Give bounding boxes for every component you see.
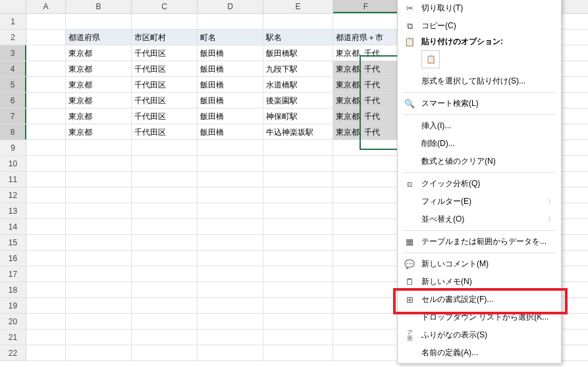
cell[interactable] xyxy=(66,172,132,187)
cell[interactable] xyxy=(132,14,198,29)
row-header[interactable]: 7 xyxy=(0,109,26,124)
cell[interactable] xyxy=(26,45,66,61)
cell[interactable] xyxy=(132,282,198,297)
row-header[interactable]: 16 xyxy=(0,251,26,266)
cell[interactable] xyxy=(132,235,198,250)
cell[interactable] xyxy=(333,172,399,187)
cell[interactable] xyxy=(132,203,198,218)
row-header[interactable]: 10 xyxy=(0,156,26,171)
cell[interactable] xyxy=(26,282,66,297)
col-header-e[interactable]: E xyxy=(263,0,333,13)
cell[interactable]: 飯田橋 xyxy=(198,61,263,76)
cell[interactable] xyxy=(26,298,66,313)
cell[interactable] xyxy=(198,314,263,329)
cell-header-b[interactable]: 都道府県 xyxy=(66,30,132,45)
cell-header-f[interactable]: 都道府県＋市 xyxy=(333,30,399,45)
cell[interactable] xyxy=(66,314,132,329)
row-header[interactable]: 15 xyxy=(0,235,26,250)
menu-sort[interactable]: 並べ替え(O) 〉 xyxy=(398,210,561,228)
cell[interactable] xyxy=(263,172,333,187)
row-header-2[interactable]: 2 xyxy=(0,30,26,45)
cell[interactable]: 飯田橋 xyxy=(198,45,263,61)
cell[interactable]: 飯田橋 xyxy=(198,109,263,124)
col-header-d[interactable]: D xyxy=(198,0,263,13)
cell[interactable] xyxy=(198,140,263,155)
cell-selected[interactable]: 東京都, 千代 xyxy=(333,61,399,76)
cell[interactable] xyxy=(263,251,333,266)
menu-dropdown-list[interactable]: ドロップダウン リストから選択(K... xyxy=(398,308,561,326)
cell[interactable] xyxy=(333,235,399,250)
cell[interactable] xyxy=(66,251,132,266)
menu-cut[interactable]: ✂ 切り取り(T) xyxy=(398,0,561,17)
col-header-a[interactable]: A xyxy=(26,0,66,13)
cell-selected[interactable]: 東京都, 千代 xyxy=(333,77,399,92)
cell[interactable] xyxy=(26,93,66,108)
cell[interactable] xyxy=(263,330,333,345)
cell[interactable] xyxy=(66,235,132,250)
cell[interactable] xyxy=(132,314,198,329)
cell[interactable] xyxy=(198,251,263,266)
cell[interactable] xyxy=(263,14,333,29)
cell[interactable]: 後楽園駅 xyxy=(263,93,333,108)
cell[interactable] xyxy=(198,345,263,360)
row-header[interactable]: 17 xyxy=(0,266,26,281)
menu-quick-analysis[interactable]: ⧈ クイック分析(Q) xyxy=(398,175,561,193)
cell[interactable] xyxy=(26,251,66,266)
menu-table-data[interactable]: ▦ テーブルまたは範囲からデータを... xyxy=(398,233,561,251)
cell[interactable] xyxy=(66,345,132,360)
cell[interactable] xyxy=(26,219,66,234)
cell[interactable] xyxy=(333,345,399,360)
cell[interactable]: 千代田区 xyxy=(132,109,198,124)
row-header[interactable]: 8 xyxy=(0,124,26,139)
cell[interactable] xyxy=(198,203,263,218)
cell[interactable] xyxy=(333,314,399,329)
cell[interactable] xyxy=(26,140,66,155)
cell[interactable] xyxy=(26,109,66,124)
cell[interactable] xyxy=(333,251,399,266)
cell[interactable] xyxy=(263,266,333,281)
cell[interactable]: 九段下駅 xyxy=(263,61,333,76)
row-header[interactable]: 14 xyxy=(0,219,26,234)
cell[interactable]: 東京都 xyxy=(66,93,132,108)
cell[interactable]: 牛込神楽坂駅 xyxy=(263,124,333,139)
cell[interactable]: 東京都 xyxy=(66,109,132,124)
cell[interactable] xyxy=(263,298,333,313)
cell[interactable]: 東京都 xyxy=(66,61,132,76)
cell[interactable]: 千代田区 xyxy=(132,77,198,92)
cell[interactable] xyxy=(26,266,66,281)
cell[interactable] xyxy=(263,187,333,203)
cell[interactable] xyxy=(198,187,263,203)
menu-smart-lookup[interactable]: 🔍 スマート検索(L) xyxy=(398,95,561,112)
cell[interactable] xyxy=(66,140,132,155)
cell[interactable] xyxy=(132,219,198,234)
menu-copy[interactable]: ⧉ コピー(C) xyxy=(398,17,561,35)
cell[interactable] xyxy=(26,77,66,92)
cell[interactable] xyxy=(26,172,66,187)
cell[interactable] xyxy=(263,219,333,234)
cell[interactable]: 東京都 xyxy=(66,45,132,61)
cell[interactable] xyxy=(198,219,263,234)
menu-format-cells[interactable]: ⊞ セルの書式設定(F)... xyxy=(398,291,561,308)
cell[interactable] xyxy=(132,330,198,345)
cell-header-e[interactable]: 駅名 xyxy=(263,30,333,45)
cell[interactable] xyxy=(333,298,399,313)
row-header[interactable]: 20 xyxy=(0,314,26,329)
cell[interactable] xyxy=(333,330,399,345)
cell[interactable] xyxy=(66,14,132,29)
menu-new-note[interactable]: 🗒 新しいメモ(N) xyxy=(398,273,561,291)
row-header[interactable]: 22 xyxy=(0,345,26,360)
cell[interactable] xyxy=(26,203,66,218)
cell[interactable] xyxy=(26,124,66,139)
menu-furigana[interactable]: ア亜 ふりがなの表示(S) xyxy=(398,326,561,344)
cell[interactable] xyxy=(198,282,263,297)
row-header[interactable]: 9 xyxy=(0,140,26,155)
cell[interactable] xyxy=(66,156,132,171)
cell[interactable] xyxy=(263,235,333,250)
row-header[interactable]: 5 xyxy=(0,77,26,92)
cell[interactable] xyxy=(198,156,263,171)
row-header[interactable]: 11 xyxy=(0,172,26,187)
cell[interactable]: 千代田区 xyxy=(132,45,198,61)
cell[interactable] xyxy=(333,266,399,281)
cell[interactable] xyxy=(198,14,263,29)
cell[interactable]: 飯田橋駅 xyxy=(263,45,333,61)
